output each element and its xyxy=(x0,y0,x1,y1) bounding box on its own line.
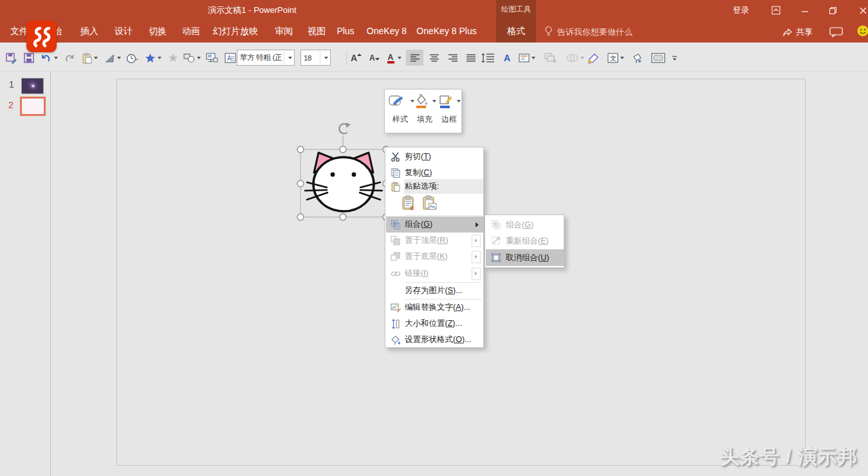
text-context_menu-items-7-pre: 另存为图片( xyxy=(405,286,448,295)
submenu-arrow-disabled xyxy=(472,234,481,247)
context-menu: 剪切(T) 复制(C) 粘贴选项: 组合(G) xyxy=(385,147,484,348)
mini-toolbar: 样式 填充 边框 xyxy=(384,89,462,133)
copy-icon xyxy=(386,168,405,178)
text-submenu-items-2-key: U xyxy=(540,253,546,262)
mini-border-label: 边框 xyxy=(437,114,461,125)
text-context_menu-items-8-post: )... xyxy=(461,303,471,312)
menu-item-edit-alt-text[interactable]: 编辑替换文字(A)... xyxy=(386,300,483,316)
app-logo xyxy=(26,21,57,52)
paste-keep-source-icon[interactable]: a xyxy=(402,195,416,213)
group-icon xyxy=(386,220,405,230)
cat-head xyxy=(313,157,374,211)
style-icon xyxy=(388,93,407,109)
mini-style-button[interactable]: 样式 xyxy=(388,93,412,125)
mini-style-label: 样式 xyxy=(388,114,412,125)
text-submenu-items-0-pre: 组合( xyxy=(506,220,524,229)
submenu-arrow-disabled xyxy=(472,267,481,280)
text-context_menu-items-5-post: ) xyxy=(445,252,448,261)
paste-options-row: a xyxy=(402,195,437,213)
text-context_menu-items-2-pre: 粘贴选项: xyxy=(405,182,439,191)
text-context_menu-items-10-pre: 设置形状格式( xyxy=(405,335,456,344)
send-back-icon xyxy=(386,252,405,262)
menu-item-save-as-picture[interactable]: 另存为图片(S)... xyxy=(386,283,483,299)
text-context_menu-items-8-key: A xyxy=(456,303,461,312)
mini-fill-button[interactable]: 填充 xyxy=(412,93,437,125)
menu-item-size-position[interactable]: 大小和位置(Z)... xyxy=(386,316,483,332)
text-submenu-items-1-key: E xyxy=(540,236,546,245)
text-context_menu-items-9-post: )... xyxy=(452,319,462,328)
slide-1-number: 1 xyxy=(9,79,14,90)
link-icon xyxy=(386,269,405,278)
slide-1-thumbnail[interactable] xyxy=(21,78,44,94)
text-submenu-items-0-post: ) xyxy=(531,220,533,229)
text-context_menu-items-6-pre: 链接( xyxy=(405,269,423,278)
text-context_menu-items-8-pre: 编辑替换文字( xyxy=(405,303,456,312)
mini-fill-label: 填充 xyxy=(412,114,437,125)
edit-alt-text-icon xyxy=(386,303,405,312)
text-context_menu-items-1-post: ) xyxy=(429,168,432,177)
ungroup-icon xyxy=(486,252,506,263)
text-submenu-items-2-post: ) xyxy=(546,253,549,262)
slide-2-number: 2 xyxy=(8,100,14,110)
menu-separator xyxy=(405,215,482,216)
text-context_menu-items-5-key: K xyxy=(439,252,445,261)
cut-icon xyxy=(386,152,405,162)
border-icon xyxy=(438,93,453,109)
panel-divider[interactable] xyxy=(50,71,51,476)
workspace: 1 2 xyxy=(0,0,868,476)
menu-item-format-shape[interactable]: 设置形状格式(O)... xyxy=(386,332,483,348)
text-submenu-items-1-post: ) xyxy=(546,236,549,245)
submenu-arrow-disabled xyxy=(472,251,481,263)
text-context_menu-items-6-post: ) xyxy=(426,269,429,278)
text-context_menu-items-0-pre: 剪切( xyxy=(405,152,423,161)
text-context_menu-items-3-key: G xyxy=(423,220,430,229)
svg-text:a: a xyxy=(410,204,414,211)
text-context_menu-items-3-pre: 组合( xyxy=(405,220,423,229)
text-context_menu-items-4-key: R xyxy=(439,236,445,245)
text-context_menu-items-9-pre: 大小和位置( xyxy=(405,319,448,328)
group-submenu: 组合(G) 重新组合(E) 取消组合(U) xyxy=(485,214,564,268)
text-submenu-items-1-pre: 重新组合( xyxy=(506,236,540,245)
menu-item-bring-front: 置于顶层(R) xyxy=(386,233,483,249)
paste-icon xyxy=(386,182,405,192)
paste-as-picture-icon[interactable] xyxy=(423,195,437,213)
text-context_menu-items-10-post: )... xyxy=(462,335,472,344)
text-context_menu-items-0-key: T xyxy=(423,152,429,161)
fill-icon xyxy=(413,93,429,109)
submenu-item-ungroup[interactable]: 取消组合(U) xyxy=(486,249,564,266)
text-submenu-items-0-key: G xyxy=(524,220,531,229)
bring-front-icon xyxy=(386,236,405,245)
group-disabled-icon xyxy=(486,220,506,230)
rotate-handle[interactable] xyxy=(339,123,351,134)
text-context_menu-items-7-key: S xyxy=(448,286,453,295)
menu-item-send-back: 置于底层(K) xyxy=(386,249,483,265)
regroup-disabled-icon xyxy=(486,236,506,246)
menu-item-group[interactable]: 组合(G) xyxy=(386,216,483,233)
format-shape-icon xyxy=(386,335,405,345)
size-position-icon xyxy=(386,319,405,329)
logo-glyph xyxy=(30,24,54,49)
watermark: 头条号 / 演示邦 xyxy=(720,444,858,470)
menu-item-link: 链接(I) xyxy=(386,265,483,281)
text-context_menu-items-0-post: ) xyxy=(429,152,431,161)
powerpoint-window: 演示文稿1 - PowerPoint 绘图工具 格式 登录 文件 开始 插入 设… xyxy=(0,0,868,476)
submenu-item-group: 组合(G) xyxy=(486,216,564,233)
text-context_menu-items-5-pre: 置于底层( xyxy=(405,252,439,261)
slide-1-art xyxy=(32,85,34,87)
text-submenu-items-2-pre: 取消组合( xyxy=(506,253,540,262)
text-context_menu-items-4-pre: 置于顶层( xyxy=(405,236,439,245)
text-context_menu-items-7-post: )... xyxy=(453,286,463,295)
menu-item-paste-options: 粘贴选项: xyxy=(386,179,483,194)
text-context_menu-items-1-pre: 复制( xyxy=(405,168,423,177)
slide-2-thumbnail[interactable] xyxy=(20,97,46,116)
mini-border-button[interactable]: 边框 xyxy=(437,93,461,125)
text-context_menu-items-3-post: ) xyxy=(430,220,432,229)
submenu-item-regroup: 重新组合(E) xyxy=(486,233,564,249)
menu-item-cut[interactable]: 剪切(T) xyxy=(386,149,483,165)
text-context_menu-items-1-key: C xyxy=(423,168,429,177)
text-context_menu-items-4-post: ) xyxy=(445,236,448,245)
text-context_menu-items-10-key: O xyxy=(456,335,462,344)
submenu-arrow xyxy=(476,222,479,227)
